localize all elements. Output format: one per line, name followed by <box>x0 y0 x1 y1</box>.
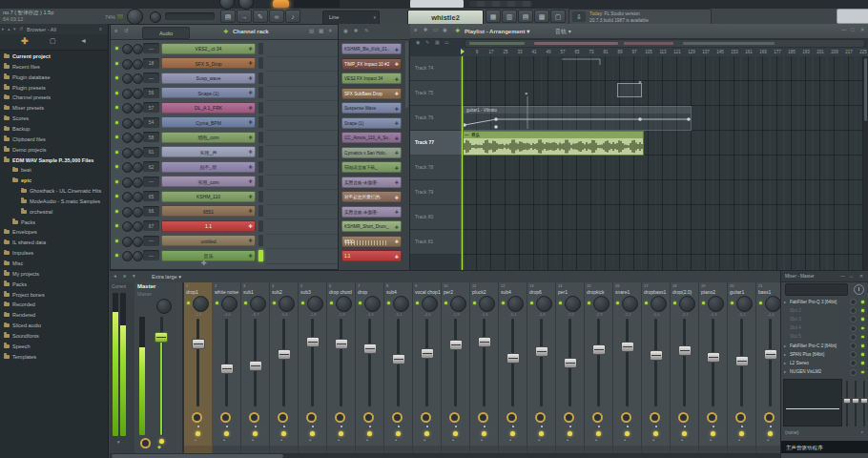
mixer-strip-light[interactable] <box>682 431 687 436</box>
piano-roll-window-icon[interactable]: ▥ <box>502 10 517 23</box>
eq-band-fader-handle[interactable] <box>852 398 859 404</box>
stereo-separation-knob[interactable] <box>506 412 517 423</box>
rack-grid-icon[interactable]: ▦ <box>319 28 323 33</box>
mixer-strip-4-sub2[interactable]: 4 sub2 -5.6 ▴ <box>270 282 299 453</box>
channel-step-area[interactable] <box>266 115 338 132</box>
mixer-strip-12-sub4[interactable]: 12 sub4 -6.1 ▴ <box>499 282 527 453</box>
channel-volume-knob[interactable] <box>133 103 143 114</box>
picker-filter-icon[interactable]: ◉ <box>343 28 348 33</box>
mixer-strip-18-drop-2-0[interactable]: 18 drop(2.0) -3.1 ▴ <box>671 282 699 453</box>
mixer-fader-handle[interactable] <box>621 342 634 352</box>
mixer-strip-14-per1[interactable]: 14 per1 -7.2 ▴ <box>556 282 585 453</box>
browser-item-mixer-presets[interactable]: Mixer presets <box>0 103 112 114</box>
mixer-pan-knob[interactable] <box>622 296 638 312</box>
channel-button[interactable]: 1.1✚ <box>161 220 256 232</box>
mixer-strip-led-icon[interactable] <box>330 302 333 304</box>
browser-item-beat[interactable]: beat <box>0 165 120 176</box>
stereo-separation-knob[interactable] <box>392 412 403 423</box>
mixer-strip-light[interactable] <box>310 431 315 436</box>
channel-step-area[interactable] <box>266 71 338 87</box>
mixer-strip-led-icon[interactable] <box>673 302 676 304</box>
browser-item-channel-presets[interactable]: Channel presets <box>0 93 112 103</box>
channel-select-indicator[interactable] <box>258 146 263 157</box>
mixer-strip-led-icon[interactable] <box>359 302 362 304</box>
slip-tool-icon[interactable]: ◉ <box>416 39 420 45</box>
channel-pan-knob[interactable] <box>122 103 133 114</box>
plugin-mix-knob[interactable] <box>850 325 857 332</box>
channel-volume-knob[interactable] <box>133 207 143 218</box>
eq-band-fader-handle[interactable] <box>860 398 868 404</box>
mixer-strip-light[interactable] <box>196 431 200 436</box>
stereo-separation-knob[interactable] <box>249 412 259 423</box>
mixer-fader-handle[interactable] <box>363 344 377 354</box>
channel-mixer-track-box[interactable]: 18 <box>143 58 159 69</box>
plugin-slot-span-plus-64bit[interactable]: ▸ SPAN Plus [64bit] <box>781 350 868 359</box>
stereo-separation-knob[interactable] <box>278 412 288 423</box>
browser-item-project-bones[interactable]: Project bones <box>0 290 112 301</box>
browser-item-sliced-audio[interactable]: Sliced audio <box>0 321 112 331</box>
typing-keyboard-icon[interactable]: ▤ <box>220 10 236 23</box>
mixer-fader-handle[interactable] <box>335 339 348 349</box>
channel-button[interactable]: Cyma_BPM✚ <box>161 116 256 128</box>
mixer-fader-handle[interactable] <box>592 344 606 355</box>
mixer-strip-led-icon[interactable] <box>473 302 476 304</box>
picker-item-6531[interactable]: 6531✚ <box>341 236 402 247</box>
download-icon[interactable]: ⇩ <box>572 11 586 22</box>
channel-pan-knob[interactable] <box>122 237 133 247</box>
clock-icon[interactable] <box>854 284 864 295</box>
mixer-fader-track[interactable] <box>368 319 371 406</box>
browser-item-misc[interactable]: Misc <box>0 259 112 269</box>
add-channel-button[interactable]: ✚ <box>201 260 207 267</box>
stereo-separation-knob[interactable] <box>335 412 345 423</box>
mixer-strip-6-drop-chord[interactable]: 6 drop chord -1.8 ▴ <box>327 282 356 453</box>
channel-pan-knob[interactable] <box>122 192 133 202</box>
mixer-strip-led-icon[interactable] <box>444 302 447 304</box>
channel-led-icon[interactable] <box>115 195 118 198</box>
channel-mixer-track-box[interactable]: 66 <box>143 206 159 217</box>
picker-item-sfx-subbass-drop[interactable]: SFX SubBass Drop✚ <box>341 88 402 99</box>
plugin-enable-led[interactable] <box>861 318 864 321</box>
plugin-mix-knob[interactable] <box>850 343 857 349</box>
collapse-all-icon[interactable]: ▸ <box>2 26 5 31</box>
eq-band-fader-handle[interactable] <box>843 398 851 404</box>
stereo-separation-knob[interactable] <box>220 412 231 423</box>
stereo-separation-knob[interactable] <box>735 412 746 423</box>
channel-mixer-track-box[interactable]: 54 <box>143 117 159 128</box>
plugin-slot-slot-3[interactable]: Slot 3 <box>781 315 868 323</box>
picker-item-timp-fx-impact-10-2[interactable]: TIMP_FX Impact 10 #2✚ <box>341 58 402 70</box>
browser-item-my-projects[interactable]: My projects <box>0 269 112 280</box>
mixer-strip-led-icon[interactable] <box>301 302 304 304</box>
plugin-slot-fabfilter-pro-c-2-64bit[interactable]: ▸ FabFilter Pro-C 2 [64bit] <box>781 342 868 350</box>
mixer-fader-track[interactable] <box>454 319 457 406</box>
channel-volume-knob[interactable] <box>133 89 143 99</box>
eq-band-fader-track[interactable] <box>846 381 848 427</box>
channel-step-area[interactable] <box>266 234 338 250</box>
channel-mixer-track-box[interactable]: 61 <box>143 147 159 157</box>
channel-step-area[interactable] <box>266 159 338 176</box>
mixer-fader-track[interactable] <box>425 319 428 406</box>
channel-select-indicator[interactable] <box>258 235 263 246</box>
playlist-track-81[interactable]: Track 81 <box>410 230 462 255</box>
channel-select-indicator[interactable] <box>258 176 263 187</box>
picker-scrollbar[interactable] <box>405 41 408 108</box>
mixer-strip-20-guitar1[interactable]: 20 guitar1 -6.2 ▴ <box>728 282 756 453</box>
picker-move-icon[interactable]: ✚ <box>354 28 359 33</box>
panel-titlebar[interactable]: Mixer - Master — □ ✕ <box>781 271 868 282</box>
channel-button[interactable]: SFX S_Drop✚ <box>161 57 256 69</box>
browser-item-demo-projects[interactable]: Demo projects <box>0 145 112 156</box>
playlist-menu-icon[interactable]: ≡ <box>414 27 417 32</box>
channel-mixer-track-box[interactable]: 62 <box>143 161 159 172</box>
mixer-fader-handle[interactable] <box>306 337 320 347</box>
plugin-mix-knob[interactable] <box>850 307 857 314</box>
mixer-pan-knob[interactable] <box>422 296 438 312</box>
mixer-pan-knob[interactable] <box>364 296 381 312</box>
channel-led-icon[interactable] <box>115 121 118 124</box>
mixer-fader-track[interactable] <box>654 319 657 406</box>
channel-volume-knob[interactable] <box>133 237 143 247</box>
channel-volume-knob[interactable] <box>133 73 143 84</box>
mixer-strip-led-icon[interactable] <box>702 302 705 304</box>
add-icon[interactable]: ✚ <box>21 36 29 46</box>
empty-clip-outline[interactable]: ✕ <box>617 83 642 97</box>
mixer-fader-handle[interactable] <box>392 354 405 364</box>
browser-item-plugin-database[interactable]: Plugin database <box>0 73 112 83</box>
